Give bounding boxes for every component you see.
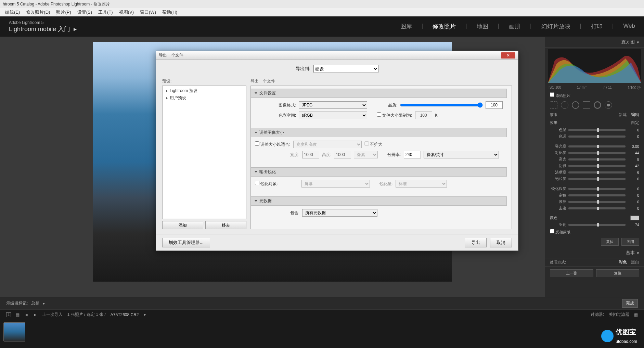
menu-develop[interactable]: 修改照片(D) bbox=[26, 9, 50, 15]
done-button[interactable]: 完成 bbox=[622, 299, 638, 308]
quality-label: 品质: bbox=[377, 102, 397, 108]
module-library[interactable]: 图库 bbox=[400, 23, 412, 30]
color-swatch[interactable] bbox=[630, 216, 639, 220]
slider-4[interactable] bbox=[568, 158, 626, 160]
meta-include-select[interactable]: 所有元数据 bbox=[302, 209, 377, 217]
treatment-color[interactable]: 彩色 bbox=[619, 260, 627, 265]
cancel-button[interactable]: 取消 bbox=[490, 238, 512, 247]
res-input[interactable] bbox=[404, 151, 421, 158]
slider-label: 曝光度 bbox=[550, 144, 566, 149]
module-book[interactable]: 画册 bbox=[509, 23, 520, 30]
editmark-value[interactable]: 总是 bbox=[31, 300, 39, 306]
second-window-icon[interactable]: 2 bbox=[6, 312, 11, 317]
slider-label: 对比度 bbox=[550, 150, 566, 155]
spot-tool-icon[interactable] bbox=[561, 101, 568, 109]
menu-tools[interactable]: 工具(T) bbox=[98, 9, 113, 15]
slider-9[interactable] bbox=[568, 194, 626, 196]
slider-3[interactable] bbox=[568, 152, 626, 154]
export-to-select[interactable]: 硬盘 bbox=[313, 65, 378, 73]
menu-view[interactable]: 视图(V) bbox=[119, 9, 134, 15]
height-label: 高度: bbox=[322, 152, 331, 158]
preset-add-button[interactable]: 添加 bbox=[162, 221, 203, 229]
radial-tool-icon[interactable] bbox=[594, 101, 601, 109]
quality-slider[interactable] bbox=[400, 102, 483, 108]
slider-11[interactable] bbox=[568, 207, 626, 209]
filename[interactable]: A75T2608.CR2 bbox=[111, 312, 139, 317]
module-print[interactable]: 打印 bbox=[591, 23, 603, 30]
preset-user[interactable]: 用户预设 bbox=[163, 94, 246, 102]
section-metadata[interactable]: 元数据 bbox=[251, 196, 507, 206]
module-web[interactable]: Web bbox=[623, 23, 635, 30]
prev-button[interactable]: 上一张 bbox=[550, 269, 593, 277]
menu-settings[interactable]: 设置(S) bbox=[77, 9, 92, 15]
export-button[interactable]: 导出 bbox=[465, 238, 487, 247]
settings-scroll[interactable]: 文件设置 图像格式: JPEG 品质: 色彩空间: sRGB 文件大小 bbox=[250, 86, 512, 229]
histogram[interactable] bbox=[548, 49, 641, 83]
slider-label: 阴影 bbox=[550, 163, 566, 168]
menu-photo[interactable]: 照片(P) bbox=[56, 9, 71, 15]
redeye-tool-icon[interactable] bbox=[572, 101, 579, 109]
filter-value[interactable]: 关闭过滤器 bbox=[609, 312, 629, 318]
res-unit-select[interactable]: 像素/英寸 bbox=[424, 151, 499, 158]
sharpen-checkbox[interactable] bbox=[255, 181, 259, 185]
section-resize[interactable]: 调整图像大小 bbox=[251, 128, 507, 137]
brush-tool-icon[interactable] bbox=[605, 101, 612, 109]
menu-help[interactable]: 帮助(H) bbox=[162, 9, 177, 15]
panel-close-button[interactable]: 关闭 bbox=[621, 238, 639, 246]
brand-arrow-icon[interactable]: ▸ bbox=[74, 25, 77, 33]
width-input bbox=[302, 151, 319, 158]
treatment-bw[interactable]: 黑白 bbox=[631, 260, 639, 265]
grid-icon[interactable]: ▦ bbox=[16, 312, 20, 317]
mask-edit[interactable]: 编辑 bbox=[631, 112, 639, 117]
crop-tool-icon[interactable] bbox=[550, 101, 557, 109]
settings-label: 导出一个文件 bbox=[250, 78, 512, 84]
colorspace-select[interactable]: sRGB bbox=[299, 112, 367, 119]
slider-2[interactable] bbox=[568, 145, 626, 147]
filter-lock-icon[interactable]: ▦ bbox=[634, 312, 638, 317]
menu-window[interactable]: 窗口(W) bbox=[140, 9, 156, 15]
basic-panel-title[interactable]: 基本▾ bbox=[545, 248, 644, 258]
limit-checkbox[interactable] bbox=[377, 112, 381, 117]
prev-arrow-icon[interactable]: ◄ bbox=[24, 312, 28, 317]
plugin-manager-button[interactable]: 增效工具管理器... bbox=[162, 238, 210, 247]
slider-label: 高光 bbox=[550, 157, 566, 162]
presets-list[interactable]: Lightroom 预设 用户预设 bbox=[162, 86, 246, 219]
mask-new[interactable]: 新建 bbox=[619, 112, 627, 117]
module-slideshow[interactable]: 幻灯片放映 bbox=[541, 23, 570, 30]
panel-reset-button[interactable]: 复位 bbox=[601, 238, 619, 246]
slider-value: 0 bbox=[628, 206, 639, 210]
histogram-title[interactable]: 直方图▾ bbox=[545, 37, 644, 48]
thumbnail[interactable] bbox=[3, 322, 25, 341]
invert-checkbox[interactable] bbox=[550, 229, 554, 233]
effect-value[interactable]: 自定 bbox=[631, 120, 639, 126]
fit-checkbox[interactable] bbox=[255, 141, 259, 146]
filmstrip[interactable] bbox=[0, 320, 644, 348]
menu-edit[interactable]: 编辑(E) bbox=[5, 9, 20, 15]
next-arrow-icon[interactable]: ► bbox=[33, 312, 37, 317]
module-map[interactable]: 地图 bbox=[477, 23, 488, 30]
slider-7[interactable] bbox=[568, 178, 626, 180]
slider-6[interactable] bbox=[568, 171, 626, 173]
feather-slider[interactable] bbox=[568, 224, 626, 226]
slider-1[interactable] bbox=[568, 136, 626, 138]
dialog-titlebar[interactable]: 导出一个文件 ✕ bbox=[156, 51, 518, 60]
preset-lightroom[interactable]: Lightroom 预设 bbox=[163, 87, 246, 94]
gradient-tool-icon[interactable] bbox=[583, 101, 590, 109]
section-file-settings[interactable]: 文件设置 bbox=[251, 89, 507, 98]
section-sharpen[interactable]: 输出锐化 bbox=[251, 167, 507, 177]
brand-line2[interactable]: Lightroom mobile 入门 bbox=[9, 25, 70, 33]
feather-label: 羽化 bbox=[550, 222, 566, 227]
format-select[interactable]: JPEG bbox=[299, 101, 367, 109]
slider-5[interactable] bbox=[568, 165, 626, 167]
original-checkbox[interactable] bbox=[550, 92, 554, 97]
slider-8[interactable] bbox=[568, 188, 626, 190]
import-source[interactable]: 上一次导入 bbox=[42, 312, 63, 318]
preset-remove-button[interactable]: 移去 bbox=[205, 221, 246, 229]
reset-button[interactable]: 复位 bbox=[596, 269, 640, 277]
dialog-close-button[interactable]: ✕ bbox=[501, 52, 515, 59]
slider-10[interactable] bbox=[568, 201, 626, 203]
module-develop[interactable]: 修改照片 bbox=[433, 23, 456, 30]
quality-input[interactable] bbox=[486, 101, 503, 109]
slider-label: 清晰度 bbox=[550, 170, 566, 175]
slider-0[interactable] bbox=[568, 129, 626, 131]
